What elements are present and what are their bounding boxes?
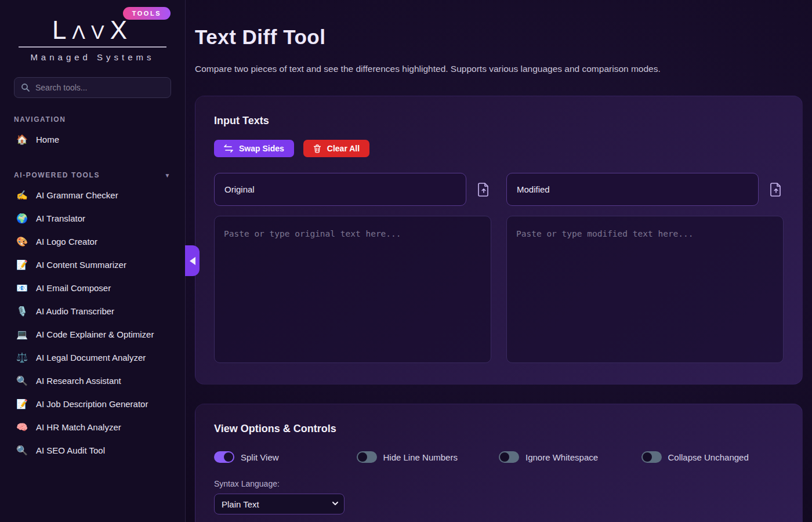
search-icon xyxy=(21,83,30,92)
chevron-down-icon: ▼ xyxy=(165,172,172,179)
toggle-label: Collapse Unchanged xyxy=(668,452,749,462)
sidebar-item-ai-research-assistant[interactable]: 🔍 AI Research Assistant xyxy=(14,374,171,388)
tools-badge: TOOLS xyxy=(123,7,171,20)
sidebar-item-ai-grammar-checker[interactable]: ✍️ AI Grammar Checker xyxy=(14,188,171,202)
sidebar-item-ai-translator[interactable]: 🌍 AI Translator xyxy=(14,212,171,226)
toggle-knob xyxy=(643,452,652,462)
toggle-label: Hide Line Numbers xyxy=(383,452,458,462)
sidebar-item-label: AI Grammar Checker xyxy=(36,188,118,202)
sidebar-item-ai-job-description-generator[interactable]: 📝 AI Job Description Generator xyxy=(14,397,171,411)
search-input[interactable] xyxy=(35,83,164,92)
sidebar-item-ai-code-explainer[interactable]: 💻 AI Code Explainer & Optimizer xyxy=(14,328,171,342)
laptop-icon: 💻 xyxy=(16,328,28,342)
sidebar-item-ai-seo-audit-tool[interactable]: 🔍 AI SEO Audit Tool xyxy=(14,444,171,458)
sidebar-item-ai-hr-match-analyzer[interactable]: 🧠 AI HR Match Analyzer xyxy=(14,420,171,434)
sidebar: TOOLS LΛVX Managed Systems NAVIGATION 🏠 … xyxy=(0,0,186,522)
page-description: Compare two pieces of text and see the d… xyxy=(195,64,803,74)
input-texts-card: Input Texts Swap Sides Clear All xyxy=(195,96,803,385)
sidebar-item-label: AI HR Match Analyzer xyxy=(36,420,121,434)
sidebar-item-label: AI Code Explainer & Optimizer xyxy=(36,328,154,342)
file-upload-icon xyxy=(477,182,491,197)
toggle-switch xyxy=(499,451,519,463)
sidebar-item-label: AI Legal Document Analyzer xyxy=(36,351,146,365)
writing-hand-icon: ✍️ xyxy=(16,188,28,202)
original-pane xyxy=(214,173,491,365)
tools-list: ✍️ AI Grammar Checker 🌍 AI Translator 🎨 … xyxy=(14,188,171,458)
toggle-switch xyxy=(214,451,234,463)
modified-pane xyxy=(506,173,784,365)
magnifier-icon: 🔍 xyxy=(16,374,28,388)
sidebar-item-ai-legal-document-analyzer[interactable]: ⚖️ AI Legal Document Analyzer xyxy=(14,351,171,365)
collapse-left-icon xyxy=(190,257,195,265)
sidebar-item-label: AI Audio Transcriber xyxy=(36,304,114,318)
magnifier-icon: 🔍 xyxy=(16,444,28,458)
input-actions: Swap Sides Clear All xyxy=(214,140,784,157)
sidebar-collapse-button[interactable] xyxy=(185,245,200,276)
toggle-label: Split View xyxy=(241,452,279,462)
main-content: Text Diff Tool Compare two pieces of tex… xyxy=(186,0,812,522)
sidebar-item-label: Home xyxy=(36,133,59,147)
home-icon: 🏠 xyxy=(16,133,28,147)
logo: LΛVX xyxy=(14,17,171,43)
search-box xyxy=(14,77,171,98)
sidebar-item-ai-logo-creator[interactable]: 🎨 AI Logo Creator xyxy=(14,235,171,249)
swap-arrows-icon xyxy=(224,144,233,153)
modified-label-input[interactable] xyxy=(506,173,759,206)
memo-icon: 📝 xyxy=(16,258,28,272)
syntax-language-select[interactable]: Plain Text xyxy=(214,494,345,514)
swap-sides-label: Swap Sides xyxy=(239,144,284,153)
file-upload-icon xyxy=(769,182,783,197)
input-panes xyxy=(214,173,784,365)
globe-icon: 🌍 xyxy=(16,212,28,226)
hide-line-numbers-toggle[interactable]: Hide Line Numbers xyxy=(357,451,499,463)
input-texts-heading: Input Texts xyxy=(214,115,784,127)
sidebar-item-label: AI Translator xyxy=(36,212,85,226)
toggle-row: Split View Hide Line Numbers Ignore Whit… xyxy=(214,451,784,463)
view-options-heading: View Options & Controls xyxy=(214,423,784,435)
nav-section-header: NAVIGATION xyxy=(14,115,171,124)
split-view-toggle[interactable]: Split View xyxy=(214,451,357,463)
sidebar-item-label: AI Research Assistant xyxy=(36,374,121,388)
sidebar-item-ai-email-composer[interactable]: 📧 AI Email Composer xyxy=(14,281,171,295)
clear-all-button[interactable]: Clear All xyxy=(303,140,369,157)
original-textarea[interactable] xyxy=(214,216,491,363)
modified-upload-file-button[interactable] xyxy=(768,182,784,197)
clear-all-label: Clear All xyxy=(327,144,360,153)
syntax-language-label: Syntax Language: xyxy=(214,479,784,488)
memo-icon: 📝 xyxy=(16,397,28,411)
toggle-knob xyxy=(500,452,509,462)
tools-header-label: AI-POWERED TOOLS xyxy=(14,171,100,179)
trash-icon xyxy=(313,144,321,153)
sidebar-item-label: AI Job Description Generator xyxy=(36,397,148,411)
logo-letter-l: L xyxy=(52,16,72,44)
email-icon: 📧 xyxy=(16,281,28,295)
sidebar-item-label: AI Content Summarizer xyxy=(36,258,126,272)
logo-divider xyxy=(19,46,166,48)
original-label-input[interactable] xyxy=(214,173,466,206)
toggle-knob xyxy=(358,452,367,462)
swap-sides-button[interactable]: Swap Sides xyxy=(214,140,294,157)
toggle-switch xyxy=(641,451,662,463)
toggle-label: Ignore Whitespace xyxy=(525,452,598,462)
sidebar-item-label: AI Logo Creator xyxy=(36,235,97,249)
logo-letter-x: X xyxy=(110,16,133,44)
sidebar-item-label: AI Email Composer xyxy=(36,281,111,295)
microphone-icon: 🎙️ xyxy=(16,304,28,318)
palette-icon: 🎨 xyxy=(16,235,28,249)
sidebar-item-ai-content-summarizer[interactable]: 📝 AI Content Summarizer xyxy=(14,258,171,272)
modified-textarea[interactable] xyxy=(506,216,784,363)
logo-subtitle: Managed Systems xyxy=(14,52,171,62)
brain-icon: 🧠 xyxy=(16,420,28,434)
view-options-card: View Options & Controls Split View Hide … xyxy=(195,404,803,522)
ignore-whitespace-toggle[interactable]: Ignore Whitespace xyxy=(499,451,641,463)
nav-header-label: NAVIGATION xyxy=(14,115,66,124)
sidebar-item-ai-audio-transcriber[interactable]: 🎙️ AI Audio Transcriber xyxy=(14,304,171,318)
tools-section-header[interactable]: AI-POWERED TOOLS ▼ xyxy=(14,171,171,179)
sidebar-item-home[interactable]: 🏠 Home xyxy=(14,133,171,147)
original-upload-file-button[interactable] xyxy=(476,182,491,197)
page-title: Text Diff Tool xyxy=(195,26,803,49)
logo-block: TOOLS LΛVX Managed Systems xyxy=(14,0,171,62)
scales-icon: ⚖️ xyxy=(16,351,28,365)
collapse-unchanged-toggle[interactable]: Collapse Unchanged xyxy=(641,451,784,463)
sidebar-item-label: AI SEO Audit Tool xyxy=(36,444,105,458)
